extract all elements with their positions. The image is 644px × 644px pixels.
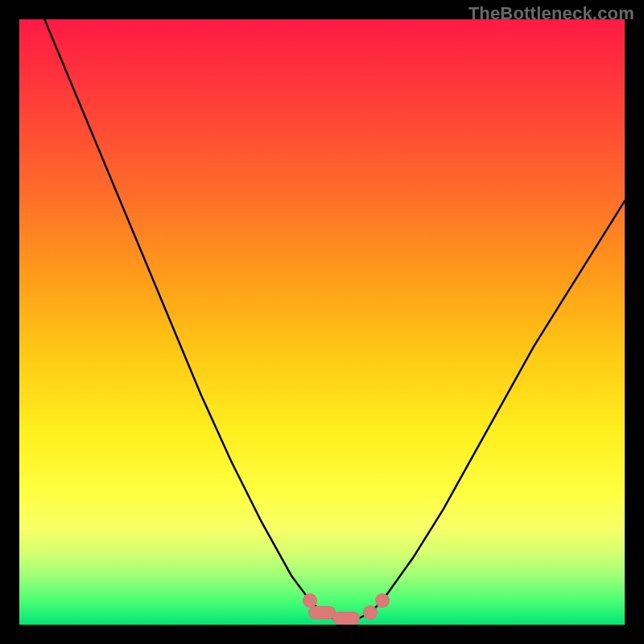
marker-layer [19, 19, 625, 625]
chart-frame: TheBottleneck.com [0, 0, 644, 644]
curve-marker [375, 593, 390, 608]
watermark-text: TheBottleneck.com [469, 3, 634, 24]
plot-area [19, 19, 625, 625]
curve-marker [332, 612, 360, 625]
curve-marker [308, 606, 336, 619]
curve-marker [363, 605, 378, 620]
